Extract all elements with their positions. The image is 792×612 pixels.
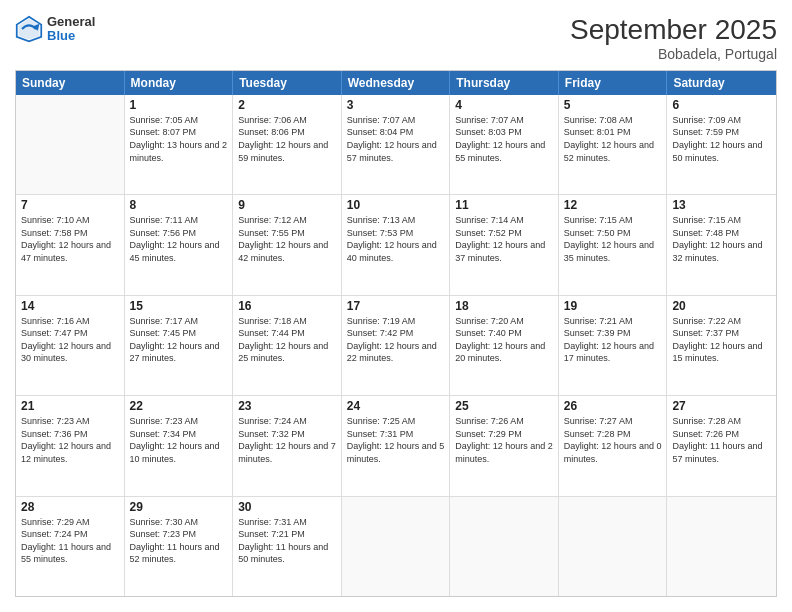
- cal-cell-r0-c1: 1Sunrise: 7:05 AMSunset: 8:07 PMDaylight…: [125, 95, 234, 194]
- sunset-text: Sunset: 7:39 PM: [564, 328, 631, 338]
- sunset-text: Sunset: 7:36 PM: [21, 429, 88, 439]
- title-block: September 2025 Bobadela, Portugal: [570, 15, 777, 62]
- daylight-text: Daylight: 12 hours and 0 minutes.: [564, 441, 662, 464]
- cell-info: Sunrise: 7:28 AMSunset: 7:26 PMDaylight:…: [672, 415, 771, 465]
- daylight-text: Daylight: 11 hours and 52 minutes.: [130, 542, 220, 565]
- cell-info: Sunrise: 7:08 AMSunset: 8:01 PMDaylight:…: [564, 114, 662, 164]
- sunrise-text: Sunrise: 7:11 AM: [130, 215, 199, 225]
- cal-row-2: 14Sunrise: 7:16 AMSunset: 7:47 PMDayligh…: [16, 296, 776, 396]
- day-number: 16: [238, 299, 336, 313]
- day-number: 19: [564, 299, 662, 313]
- daylight-text: Daylight: 12 hours and 35 minutes.: [564, 240, 654, 263]
- cal-cell-r1-c4: 11Sunrise: 7:14 AMSunset: 7:52 PMDayligh…: [450, 195, 559, 294]
- cell-info: Sunrise: 7:10 AMSunset: 7:58 PMDaylight:…: [21, 214, 119, 264]
- sunrise-text: Sunrise: 7:14 AM: [455, 215, 524, 225]
- calendar-subtitle: Bobadela, Portugal: [570, 46, 777, 62]
- sunset-text: Sunset: 7:21 PM: [238, 529, 305, 539]
- cell-info: Sunrise: 7:16 AMSunset: 7:47 PMDaylight:…: [21, 315, 119, 365]
- daylight-text: Daylight: 11 hours and 50 minutes.: [238, 542, 328, 565]
- cal-cell-r2-c3: 17Sunrise: 7:19 AMSunset: 7:42 PMDayligh…: [342, 296, 451, 395]
- cell-info: Sunrise: 7:27 AMSunset: 7:28 PMDaylight:…: [564, 415, 662, 465]
- cell-info: Sunrise: 7:22 AMSunset: 7:37 PMDaylight:…: [672, 315, 771, 365]
- sunrise-text: Sunrise: 7:22 AM: [672, 316, 741, 326]
- sunrise-text: Sunrise: 7:15 AM: [564, 215, 633, 225]
- day-number: 9: [238, 198, 336, 212]
- daylight-text: Daylight: 12 hours and 17 minutes.: [564, 341, 654, 364]
- sunrise-text: Sunrise: 7:13 AM: [347, 215, 416, 225]
- cal-cell-r3-c1: 22Sunrise: 7:23 AMSunset: 7:34 PMDayligh…: [125, 396, 234, 495]
- header-sunday: Sunday: [16, 71, 125, 95]
- cal-cell-r2-c2: 16Sunrise: 7:18 AMSunset: 7:44 PMDayligh…: [233, 296, 342, 395]
- cal-cell-r0-c3: 3Sunrise: 7:07 AMSunset: 8:04 PMDaylight…: [342, 95, 451, 194]
- page: General Blue September 2025 Bobadela, Po…: [0, 0, 792, 612]
- sunset-text: Sunset: 7:29 PM: [455, 429, 522, 439]
- daylight-text: Daylight: 11 hours and 57 minutes.: [672, 441, 762, 464]
- cal-cell-r3-c0: 21Sunrise: 7:23 AMSunset: 7:36 PMDayligh…: [16, 396, 125, 495]
- day-number: 8: [130, 198, 228, 212]
- day-number: 3: [347, 98, 445, 112]
- header-thursday: Thursday: [450, 71, 559, 95]
- cal-cell-r2-c0: 14Sunrise: 7:16 AMSunset: 7:47 PMDayligh…: [16, 296, 125, 395]
- cell-info: Sunrise: 7:24 AMSunset: 7:32 PMDaylight:…: [238, 415, 336, 465]
- cal-row-0: 1Sunrise: 7:05 AMSunset: 8:07 PMDaylight…: [16, 95, 776, 195]
- logo-text: General Blue: [47, 15, 95, 44]
- cal-row-4: 28Sunrise: 7:29 AMSunset: 7:24 PMDayligh…: [16, 497, 776, 596]
- sunset-text: Sunset: 8:04 PM: [347, 127, 414, 137]
- daylight-text: Daylight: 12 hours and 37 minutes.: [455, 240, 545, 263]
- sunrise-text: Sunrise: 7:19 AM: [347, 316, 416, 326]
- logo-line2: Blue: [47, 29, 95, 43]
- daylight-text: Daylight: 12 hours and 27 minutes.: [130, 341, 220, 364]
- cal-cell-r0-c2: 2Sunrise: 7:06 AMSunset: 8:06 PMDaylight…: [233, 95, 342, 194]
- daylight-text: Daylight: 12 hours and 20 minutes.: [455, 341, 545, 364]
- sunset-text: Sunset: 7:37 PM: [672, 328, 739, 338]
- cal-row-1: 7Sunrise: 7:10 AMSunset: 7:58 PMDaylight…: [16, 195, 776, 295]
- cal-cell-r4-c2: 30Sunrise: 7:31 AMSunset: 7:21 PMDayligh…: [233, 497, 342, 596]
- sunset-text: Sunset: 7:52 PM: [455, 228, 522, 238]
- sunrise-text: Sunrise: 7:20 AM: [455, 316, 524, 326]
- day-number: 29: [130, 500, 228, 514]
- sunrise-text: Sunrise: 7:28 AM: [672, 416, 741, 426]
- sunset-text: Sunset: 7:53 PM: [347, 228, 414, 238]
- cell-info: Sunrise: 7:23 AMSunset: 7:34 PMDaylight:…: [130, 415, 228, 465]
- day-number: 17: [347, 299, 445, 313]
- sunrise-text: Sunrise: 7:09 AM: [672, 115, 741, 125]
- daylight-text: Daylight: 12 hours and 5 minutes.: [347, 441, 445, 464]
- day-number: 5: [564, 98, 662, 112]
- calendar: Sunday Monday Tuesday Wednesday Thursday…: [15, 70, 777, 597]
- cal-cell-r1-c1: 8Sunrise: 7:11 AMSunset: 7:56 PMDaylight…: [125, 195, 234, 294]
- cal-cell-r1-c3: 10Sunrise: 7:13 AMSunset: 7:53 PMDayligh…: [342, 195, 451, 294]
- header-friday: Friday: [559, 71, 668, 95]
- day-number: 25: [455, 399, 553, 413]
- sunset-text: Sunset: 8:01 PM: [564, 127, 631, 137]
- cal-cell-r2-c5: 19Sunrise: 7:21 AMSunset: 7:39 PMDayligh…: [559, 296, 668, 395]
- sunrise-text: Sunrise: 7:23 AM: [130, 416, 199, 426]
- daylight-text: Daylight: 12 hours and 32 minutes.: [672, 240, 762, 263]
- sunrise-text: Sunrise: 7:06 AM: [238, 115, 307, 125]
- daylight-text: Daylight: 12 hours and 40 minutes.: [347, 240, 437, 263]
- sunset-text: Sunset: 8:03 PM: [455, 127, 522, 137]
- calendar-header: Sunday Monday Tuesday Wednesday Thursday…: [16, 71, 776, 95]
- daylight-text: Daylight: 12 hours and 45 minutes.: [130, 240, 220, 263]
- day-number: 13: [672, 198, 771, 212]
- logo-line1: General: [47, 15, 95, 29]
- cal-cell-r1-c2: 9Sunrise: 7:12 AMSunset: 7:55 PMDaylight…: [233, 195, 342, 294]
- sunrise-text: Sunrise: 7:27 AM: [564, 416, 633, 426]
- day-number: 26: [564, 399, 662, 413]
- cell-info: Sunrise: 7:26 AMSunset: 7:29 PMDaylight:…: [455, 415, 553, 465]
- day-number: 15: [130, 299, 228, 313]
- sunset-text: Sunset: 7:42 PM: [347, 328, 414, 338]
- daylight-text: Daylight: 12 hours and 25 minutes.: [238, 341, 328, 364]
- cell-info: Sunrise: 7:23 AMSunset: 7:36 PMDaylight:…: [21, 415, 119, 465]
- sunset-text: Sunset: 7:24 PM: [21, 529, 88, 539]
- sunset-text: Sunset: 7:23 PM: [130, 529, 197, 539]
- daylight-text: Daylight: 12 hours and 55 minutes.: [455, 140, 545, 163]
- cal-cell-r2-c6: 20Sunrise: 7:22 AMSunset: 7:37 PMDayligh…: [667, 296, 776, 395]
- sunrise-text: Sunrise: 7:26 AM: [455, 416, 524, 426]
- cal-row-3: 21Sunrise: 7:23 AMSunset: 7:36 PMDayligh…: [16, 396, 776, 496]
- header: General Blue September 2025 Bobadela, Po…: [15, 15, 777, 62]
- day-number: 7: [21, 198, 119, 212]
- sunset-text: Sunset: 7:28 PM: [564, 429, 631, 439]
- sunrise-text: Sunrise: 7:24 AM: [238, 416, 307, 426]
- cell-info: Sunrise: 7:18 AMSunset: 7:44 PMDaylight:…: [238, 315, 336, 365]
- cal-cell-r0-c4: 4Sunrise: 7:07 AMSunset: 8:03 PMDaylight…: [450, 95, 559, 194]
